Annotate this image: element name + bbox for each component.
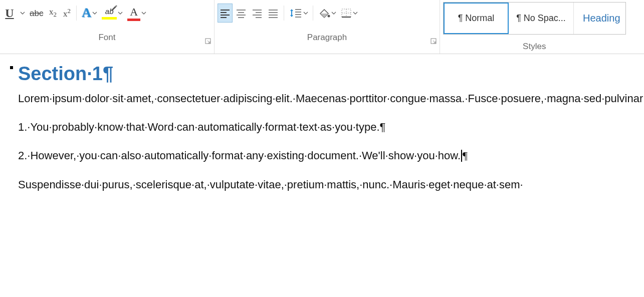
heading-1[interactable]: Section·1¶ xyxy=(18,63,629,85)
justify-button[interactable] xyxy=(266,4,281,23)
text-effects-icon: A xyxy=(82,6,91,21)
borders-button[interactable] xyxy=(339,4,359,23)
justify-icon xyxy=(268,9,279,18)
chevron-down-icon xyxy=(353,12,357,15)
underline-dropdown[interactable] xyxy=(17,4,27,23)
style-no-spacing[interactable]: ¶ No Spac... xyxy=(509,3,574,34)
align-left-icon xyxy=(220,9,231,18)
chevron-down-icon xyxy=(142,12,146,15)
dialog-launcher-icon[interactable] xyxy=(431,37,438,44)
shading-button[interactable] xyxy=(316,4,338,23)
highlight-button[interactable]: ab xyxy=(100,4,124,23)
body-paragraph[interactable]: Lorem·ipsum·dolor·sit·amet,·consectetuer… xyxy=(18,90,629,107)
ribbon-group-paragraph: Paragraph xyxy=(214,0,440,54)
paragraph-text: Suspendisse·dui·purus,·scelerisque·at,·v… xyxy=(18,178,523,191)
superscript-icon: x2 xyxy=(63,7,71,19)
underline-button[interactable]: U xyxy=(3,4,16,23)
align-center-button[interactable] xyxy=(234,4,249,23)
chevron-down-icon xyxy=(332,12,336,15)
underline-icon: U xyxy=(5,7,14,20)
paragraph-text: Lorem·ipsum·dolor·sit·amet,·consectetuer… xyxy=(18,92,644,105)
superscript-button[interactable]: x2 xyxy=(60,4,73,23)
group-label: Font xyxy=(98,33,115,43)
chevron-down-icon xyxy=(304,12,308,15)
style-heading1[interactable]: Heading xyxy=(574,3,625,34)
anchor-mark-icon xyxy=(10,66,13,69)
align-left-button[interactable] xyxy=(218,4,233,23)
font-color-icon: A xyxy=(127,6,140,21)
document-body[interactable]: Section·1¶ Lorem·ipsum·dolor·sit·amet,·c… xyxy=(0,54,644,193)
group-label: Paragraph xyxy=(307,33,347,43)
body-paragraph[interactable]: 1.·You·probably·know·that·Word·can·autom… xyxy=(18,118,629,136)
borders-icon xyxy=(341,8,352,18)
paragraph-mark: ¶ xyxy=(463,149,468,162)
group-label: Styles xyxy=(523,42,546,52)
subscript-button[interactable]: x2 xyxy=(46,4,59,23)
styles-gallery[interactable]: ¶ Normal ¶ No Spac... Heading xyxy=(443,2,626,35)
separator xyxy=(284,6,284,21)
align-right-button[interactable] xyxy=(250,4,265,23)
separator xyxy=(313,6,313,21)
style-label: ¶ No Spac... xyxy=(516,13,566,24)
dialog-launcher-icon[interactable] xyxy=(205,37,212,44)
body-paragraph[interactable]: 2.·However,·you·can·also·automatically·f… xyxy=(18,147,629,164)
strikethrough-icon: abc xyxy=(30,9,43,19)
style-normal[interactable]: ¶ Normal xyxy=(444,3,509,34)
paragraph-text: 2.·However,·you·can·also·automatically·f… xyxy=(18,149,461,162)
strikethrough-button[interactable]: abc xyxy=(28,4,45,23)
align-center-icon xyxy=(236,9,247,18)
font-color-button[interactable]: A xyxy=(125,4,148,23)
subscript-icon: x2 xyxy=(49,7,57,19)
ribbon-group-styles: ¶ Normal ¶ No Spac... Heading Styles xyxy=(440,0,629,54)
chevron-down-icon xyxy=(93,12,97,15)
ribbon-group-font: U abc x2 x2 A xyxy=(0,0,214,54)
svg-point-22 xyxy=(328,15,330,18)
paragraph-text: 1.·You·probably·know·that·Word·can·autom… xyxy=(18,121,385,133)
align-right-icon xyxy=(252,9,263,18)
ribbon: U abc x2 x2 A xyxy=(0,0,644,54)
style-label: ¶ Normal xyxy=(458,13,495,24)
paint-bucket-icon xyxy=(318,8,330,19)
heading-text: Section·1¶ xyxy=(18,63,113,84)
separator xyxy=(76,6,77,21)
body-paragraph[interactable]: Suspendisse·dui·purus,·scelerisque·at,·v… xyxy=(18,176,629,193)
text-cursor xyxy=(461,150,462,162)
line-spacing-icon xyxy=(289,8,302,19)
highlight-icon: ab xyxy=(102,7,117,20)
chevron-down-icon xyxy=(21,12,25,15)
chevron-down-icon xyxy=(118,12,122,15)
line-spacing-button[interactable] xyxy=(287,4,310,23)
style-label: Heading xyxy=(583,13,620,24)
text-effects-button[interactable]: A xyxy=(80,4,99,23)
